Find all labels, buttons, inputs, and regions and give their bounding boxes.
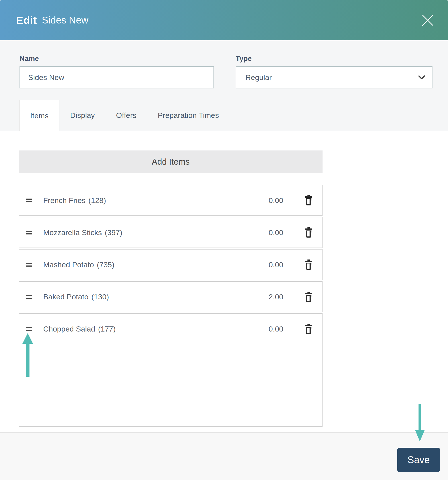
tab-items[interactable]: Items (19, 100, 59, 131)
trash-icon (304, 299, 313, 303)
delete-item-button[interactable] (304, 227, 313, 238)
item-row: Chopped Salad(177) 0.00 (19, 313, 322, 427)
edit-category-modal: Edit Sides New Name Type Regular (0, 0, 448, 480)
item-name: Baked Potato(130) (43, 293, 109, 301)
delete-item-button[interactable] (304, 324, 313, 334)
item-code: (397) (105, 228, 122, 237)
item-name: Mashed Potato(735) (43, 260, 114, 269)
type-select-value: Regular (245, 73, 272, 82)
form-area: Name Type Regular Items Display Offers (0, 40, 448, 131)
item-row: Mozzarella Sticks(397) 0.00 (19, 217, 322, 248)
chevron-down-icon (418, 75, 425, 79)
type-select[interactable]: Regular (236, 66, 433, 88)
item-price: 0.00 (257, 325, 283, 333)
save-button[interactable]: Save (397, 448, 440, 472)
name-label: Name (20, 55, 214, 63)
down-arrow-annotation (415, 404, 425, 441)
drag-handle-icon[interactable] (26, 327, 32, 331)
trash-icon (304, 267, 313, 270)
item-code: (130) (91, 293, 109, 301)
modal-title: Sides New (42, 15, 88, 26)
modal-header: Edit Sides New (0, 0, 448, 40)
item-price: 0.00 (257, 260, 283, 269)
tab-display[interactable]: Display (59, 100, 105, 131)
tab-bar: Items Display Offers Preparation Times (0, 100, 448, 131)
item-code: (128) (88, 196, 106, 205)
item-name: French Fries(128) (43, 196, 106, 205)
trash-icon (304, 331, 313, 335)
delete-item-button[interactable] (304, 292, 313, 302)
type-field-group: Type Regular (236, 55, 433, 88)
drag-handle-icon[interactable] (26, 263, 32, 267)
delete-item-button[interactable] (304, 260, 313, 270)
item-name: Mozzarella Sticks(397) (43, 228, 122, 237)
item-row: Baked Potato(130) 2.00 (19, 281, 322, 312)
trash-icon (304, 235, 313, 238)
item-price: 2.00 (257, 293, 283, 301)
items-tab-panel: Add Items French Fries(128) 0.00 (0, 150, 448, 427)
item-code: (177) (98, 325, 115, 333)
modal-title-prefix: Edit (16, 14, 37, 26)
delete-item-button[interactable] (304, 195, 313, 205)
close-button[interactable] (420, 13, 435, 28)
item-price: 0.00 (257, 228, 283, 237)
tab-preparation-times[interactable]: Preparation Times (147, 100, 230, 131)
items-list: French Fries(128) 0.00 (19, 185, 322, 427)
drag-handle-icon[interactable] (26, 198, 32, 202)
tab-offers[interactable]: Offers (106, 100, 147, 131)
trash-icon (304, 203, 313, 206)
drag-handle-icon[interactable] (26, 231, 32, 234)
name-input[interactable] (20, 66, 214, 88)
type-label: Type (236, 55, 433, 63)
add-items-button[interactable]: Add Items (19, 150, 322, 173)
item-code: (735) (97, 260, 114, 269)
fields-row: Name Type Regular (0, 40, 448, 88)
item-price: 0.00 (257, 196, 283, 205)
name-field-group: Name (20, 55, 214, 88)
item-row: French Fries(128) 0.00 (19, 185, 322, 216)
up-arrow-annotation (22, 333, 33, 377)
close-icon (421, 24, 434, 27)
item-name: Chopped Salad(177) (43, 325, 116, 333)
modal-footer: Save (0, 432, 448, 480)
item-row: Mashed Potato(735) 0.00 (19, 249, 322, 280)
drag-handle-icon[interactable] (26, 295, 32, 299)
